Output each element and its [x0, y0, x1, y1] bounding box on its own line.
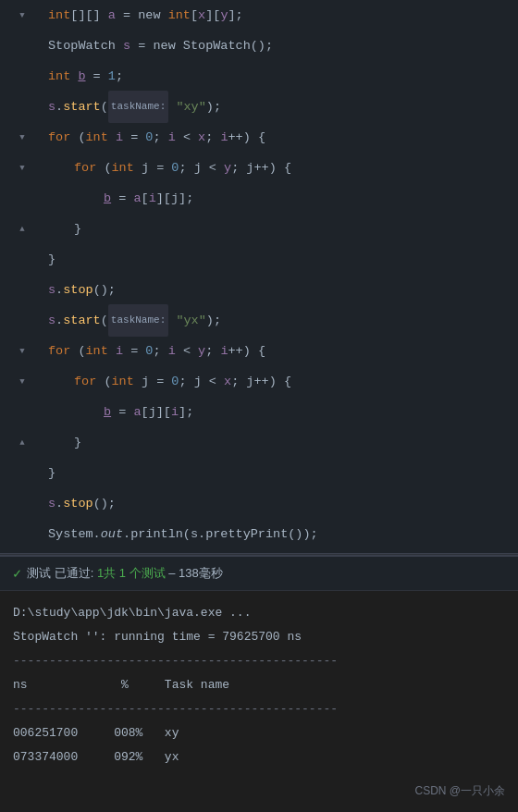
code-line-14: b = a[j][i];	[41, 397, 518, 427]
code-line-18: System.out.println(s.prettyPrint());	[41, 519, 518, 549]
code-line-8: }	[41, 214, 518, 244]
console-line-4: ns % Task name	[13, 672, 505, 696]
fold-5[interactable]: ▼	[0, 122, 44, 153]
fold-8[interactable]: ▲	[0, 214, 44, 244]
fold-17	[0, 488, 44, 519]
fold-13[interactable]: ▼	[0, 366, 44, 397]
fold-11	[0, 305, 44, 336]
kw-int: int	[48, 0, 70, 31]
console-line-2: StopWatch '': running time = 79625700 ns	[13, 624, 505, 648]
console-line-5: ----------------------------------------…	[13, 696, 505, 720]
fold-18	[0, 519, 44, 549]
code-line-17: s.stop();	[41, 488, 518, 519]
var-a: a	[108, 0, 116, 31]
fold-2	[0, 31, 44, 61]
test-result-text: 测试 已通过: 1共 1 个测试 – 138毫秒	[27, 565, 223, 582]
fold-4	[0, 92, 44, 122]
fold-1[interactable]: ▼	[0, 0, 44, 31]
console-line-3: ----------------------------------------…	[13, 648, 505, 672]
fold-9	[0, 244, 44, 275]
gutter: ▼ ▼ ▼ ▲ ▼ ▼ ▲	[0, 0, 44, 553]
code-line-6: for (int j = 0; j < y; j++) {	[41, 153, 518, 183]
code-line-1: int[][] a = new int[x][y];	[41, 0, 518, 31]
fold-16	[0, 458, 44, 488]
code-line-4: s.start(taskName: "xy");	[41, 92, 518, 122]
code-line-12: for (int i = 0; i < y; i++) {	[41, 336, 518, 366]
code-line-3: int b = 1;	[41, 61, 518, 92]
fold-6[interactable]: ▼	[0, 153, 44, 183]
app-container: ▼ ▼ ▼ ▲ ▼ ▼ ▲ int[][] a = new int[x][y];	[0, 0, 518, 812]
console-line-7: 073374000 092% yx	[13, 744, 505, 769]
fold-12[interactable]: ▼	[0, 336, 44, 366]
code-line-11: s.start(taskName: "yx");	[41, 305, 518, 336]
fold-10	[0, 275, 44, 305]
code-line-2: StopWatch s = new StopWatch();	[41, 31, 518, 61]
watermark: CSDN @一只小余	[414, 783, 505, 799]
fold-7	[0, 183, 44, 214]
code-line-15: }	[41, 427, 518, 458]
code-line-5: for (int i = 0; i < x; i++) {	[41, 122, 518, 153]
test-check-icon: ✓	[13, 565, 21, 583]
code-lines: int[][] a = new int[x][y]; StopWatch s =…	[41, 0, 518, 549]
code-line-7: b = a[i][j];	[41, 183, 518, 214]
fold-15[interactable]: ▲	[0, 427, 44, 458]
code-line-10: s.stop();	[41, 275, 518, 305]
fold-3	[0, 61, 44, 92]
code-line-9: }	[41, 244, 518, 275]
console-area: D:\study\app\jdk\bin\java.exe ... StopWa…	[0, 591, 518, 812]
code-line-16: }	[41, 458, 518, 488]
code-line-13: for (int j = 0; j < x; j++) {	[41, 366, 518, 397]
fold-14	[0, 397, 44, 427]
code-editor: ▼ ▼ ▼ ▲ ▼ ▼ ▲ int[][] a = new int[x][y];	[0, 0, 518, 553]
console-line-1: D:\study\app\jdk\bin\java.exe ...	[13, 600, 505, 624]
console-line-6: 006251700 008% xy	[13, 720, 505, 744]
test-result-bar: ✓ 测试 已通过: 1共 1 个测试 – 138毫秒	[0, 556, 518, 591]
